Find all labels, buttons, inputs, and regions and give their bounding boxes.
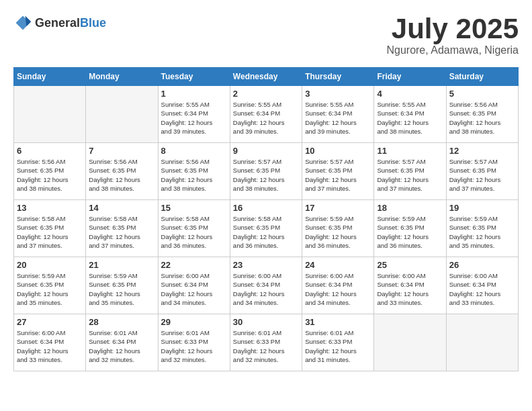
day-number: 20	[17, 260, 83, 270]
main-title: July 2025	[386, 13, 519, 44]
logo: GeneralBlue	[13, 13, 106, 32]
day-info: Sunrise: 5:55 AM Sunset: 6:34 PM Dayligh…	[233, 100, 299, 136]
header-cell-thursday: Thursday	[302, 68, 374, 86]
calendar-week-1: 6Sunrise: 5:56 AM Sunset: 6:35 PM Daylig…	[14, 143, 519, 200]
calendar-cell: 28Sunrise: 6:01 AM Sunset: 6:34 PM Dayli…	[86, 314, 158, 371]
day-info: Sunrise: 6:00 AM Sunset: 6:34 PM Dayligh…	[161, 271, 227, 307]
header-cell-monday: Monday	[86, 68, 158, 86]
calendar-cell: 7Sunrise: 5:56 AM Sunset: 6:35 PM Daylig…	[86, 143, 158, 200]
day-number: 31	[305, 317, 371, 327]
calendar-cell	[374, 314, 446, 371]
day-info: Sunrise: 6:00 AM Sunset: 6:34 PM Dayligh…	[305, 271, 371, 307]
calendar-cell: 23Sunrise: 6:00 AM Sunset: 6:34 PM Dayli…	[230, 257, 302, 314]
logo-text-general: General	[35, 16, 80, 30]
calendar-cell: 24Sunrise: 6:00 AM Sunset: 6:34 PM Dayli…	[302, 257, 374, 314]
day-number: 11	[377, 146, 443, 156]
calendar-cell: 14Sunrise: 5:58 AM Sunset: 6:35 PM Dayli…	[86, 200, 158, 257]
day-number: 23	[233, 260, 299, 270]
day-number: 3	[305, 89, 371, 99]
day-info: Sunrise: 6:01 AM Sunset: 6:34 PM Dayligh…	[89, 328, 154, 364]
calendar-cell: 8Sunrise: 5:56 AM Sunset: 6:35 PM Daylig…	[158, 143, 230, 200]
day-info: Sunrise: 5:59 AM Sunset: 6:35 PM Dayligh…	[449, 214, 515, 250]
day-number: 2	[233, 89, 299, 99]
day-info: Sunrise: 5:55 AM Sunset: 6:34 PM Dayligh…	[161, 100, 227, 136]
day-info: Sunrise: 5:59 AM Sunset: 6:35 PM Dayligh…	[17, 271, 83, 307]
calendar-cell: 2Sunrise: 5:55 AM Sunset: 6:34 PM Daylig…	[230, 86, 302, 143]
day-number: 17	[305, 203, 371, 213]
subtitle: Ngurore, Adamawa, Nigeria	[386, 44, 519, 56]
day-number: 5	[449, 89, 515, 99]
header-cell-wednesday: Wednesday	[230, 68, 302, 86]
calendar-cell: 26Sunrise: 6:00 AM Sunset: 6:34 PM Dayli…	[446, 257, 518, 314]
header-cell-saturday: Saturday	[446, 68, 518, 86]
calendar-cell: 20Sunrise: 5:59 AM Sunset: 6:35 PM Dayli…	[14, 257, 86, 314]
calendar-cell: 27Sunrise: 6:00 AM Sunset: 6:34 PM Dayli…	[14, 314, 86, 371]
day-info: Sunrise: 5:59 AM Sunset: 6:35 PM Dayligh…	[305, 214, 371, 250]
calendar-cell: 13Sunrise: 5:58 AM Sunset: 6:35 PM Dayli…	[14, 200, 86, 257]
calendar-cell: 6Sunrise: 5:56 AM Sunset: 6:35 PM Daylig…	[14, 143, 86, 200]
header-cell-sunday: Sunday	[14, 68, 86, 86]
calendar-cell: 25Sunrise: 6:00 AM Sunset: 6:34 PM Dayli…	[374, 257, 446, 314]
calendar-cell: 30Sunrise: 6:01 AM Sunset: 6:33 PM Dayli…	[230, 314, 302, 371]
calendar-cell: 21Sunrise: 5:59 AM Sunset: 6:35 PM Dayli…	[86, 257, 158, 314]
calendar-cell: 1Sunrise: 5:55 AM Sunset: 6:34 PM Daylig…	[158, 86, 230, 143]
calendar-cell: 5Sunrise: 5:56 AM Sunset: 6:35 PM Daylig…	[446, 86, 518, 143]
day-info: Sunrise: 5:58 AM Sunset: 6:35 PM Dayligh…	[89, 214, 154, 250]
header-row: SundayMondayTuesdayWednesdayThursdayFrid…	[14, 68, 519, 86]
day-info: Sunrise: 6:00 AM Sunset: 6:34 PM Dayligh…	[377, 271, 443, 307]
day-info: Sunrise: 5:58 AM Sunset: 6:35 PM Dayligh…	[233, 214, 299, 250]
day-number: 26	[449, 260, 515, 270]
calendar-cell: 4Sunrise: 5:55 AM Sunset: 6:34 PM Daylig…	[374, 86, 446, 143]
day-info: Sunrise: 6:01 AM Sunset: 6:33 PM Dayligh…	[161, 328, 227, 364]
day-info: Sunrise: 5:59 AM Sunset: 6:35 PM Dayligh…	[89, 271, 154, 307]
day-number: 7	[89, 146, 154, 156]
day-info: Sunrise: 5:58 AM Sunset: 6:35 PM Dayligh…	[161, 214, 227, 250]
day-info: Sunrise: 5:56 AM Sunset: 6:35 PM Dayligh…	[449, 100, 515, 136]
day-number: 6	[17, 146, 83, 156]
day-number: 30	[233, 317, 299, 327]
day-info: Sunrise: 5:57 AM Sunset: 6:35 PM Dayligh…	[377, 157, 443, 193]
day-info: Sunrise: 5:55 AM Sunset: 6:34 PM Dayligh…	[305, 100, 371, 136]
day-info: Sunrise: 5:56 AM Sunset: 6:35 PM Dayligh…	[17, 157, 83, 193]
calendar-cell: 11Sunrise: 5:57 AM Sunset: 6:35 PM Dayli…	[374, 143, 446, 200]
day-number: 18	[377, 203, 443, 213]
day-info: Sunrise: 6:00 AM Sunset: 6:34 PM Dayligh…	[17, 328, 83, 364]
day-number: 9	[233, 146, 299, 156]
day-number: 16	[233, 203, 299, 213]
calendar-cell: 12Sunrise: 5:57 AM Sunset: 6:35 PM Dayli…	[446, 143, 518, 200]
day-info: Sunrise: 5:57 AM Sunset: 6:35 PM Dayligh…	[449, 157, 515, 193]
day-info: Sunrise: 5:56 AM Sunset: 6:35 PM Dayligh…	[161, 157, 227, 193]
calendar-cell: 10Sunrise: 5:57 AM Sunset: 6:35 PM Dayli…	[302, 143, 374, 200]
day-number: 22	[161, 260, 227, 270]
day-info: Sunrise: 6:00 AM Sunset: 6:34 PM Dayligh…	[233, 271, 299, 307]
calendar-cell	[86, 86, 158, 143]
calendar-cell	[446, 314, 518, 371]
calendar-cell	[14, 86, 86, 143]
day-info: Sunrise: 6:01 AM Sunset: 6:33 PM Dayligh…	[305, 328, 371, 364]
day-number: 8	[161, 146, 227, 156]
calendar-cell: 16Sunrise: 5:58 AM Sunset: 6:35 PM Dayli…	[230, 200, 302, 257]
calendar-cell: 18Sunrise: 5:59 AM Sunset: 6:35 PM Dayli…	[374, 200, 446, 257]
header-cell-tuesday: Tuesday	[158, 68, 230, 86]
calendar-cell: 17Sunrise: 5:59 AM Sunset: 6:35 PM Dayli…	[302, 200, 374, 257]
day-info: Sunrise: 6:00 AM Sunset: 6:34 PM Dayligh…	[449, 271, 515, 307]
calendar-cell: 19Sunrise: 5:59 AM Sunset: 6:35 PM Dayli…	[446, 200, 518, 257]
calendar-cell: 22Sunrise: 6:00 AM Sunset: 6:34 PM Dayli…	[158, 257, 230, 314]
day-number: 4	[377, 89, 443, 99]
calendar-cell: 9Sunrise: 5:57 AM Sunset: 6:35 PM Daylig…	[230, 143, 302, 200]
header-cell-friday: Friday	[374, 68, 446, 86]
day-info: Sunrise: 5:59 AM Sunset: 6:35 PM Dayligh…	[377, 214, 443, 250]
day-info: Sunrise: 5:57 AM Sunset: 6:35 PM Dayligh…	[233, 157, 299, 193]
logo-icon	[13, 13, 32, 32]
calendar-cell: 3Sunrise: 5:55 AM Sunset: 6:34 PM Daylig…	[302, 86, 374, 143]
day-number: 13	[17, 203, 83, 213]
day-number: 1	[161, 89, 227, 99]
day-info: Sunrise: 5:57 AM Sunset: 6:35 PM Dayligh…	[305, 157, 371, 193]
day-info: Sunrise: 5:56 AM Sunset: 6:35 PM Dayligh…	[89, 157, 154, 193]
calendar-week-4: 27Sunrise: 6:00 AM Sunset: 6:34 PM Dayli…	[14, 314, 519, 371]
day-info: Sunrise: 5:58 AM Sunset: 6:35 PM Dayligh…	[17, 214, 83, 250]
day-info: Sunrise: 6:01 AM Sunset: 6:33 PM Dayligh…	[233, 328, 299, 364]
day-number: 29	[161, 317, 227, 327]
day-info: Sunrise: 5:55 AM Sunset: 6:34 PM Dayligh…	[377, 100, 443, 136]
day-number: 25	[377, 260, 443, 270]
